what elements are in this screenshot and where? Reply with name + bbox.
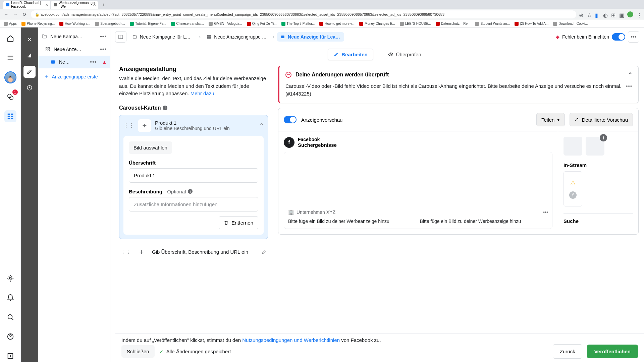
tab-edit[interactable]: Bearbeiten [328, 49, 373, 60]
bookmark-item[interactable]: The Top 3 Platfor... [280, 21, 316, 26]
setup-error[interactable]: ◆Fehler beim Einrichten [556, 34, 609, 40]
more-icon[interactable]: ••• [100, 34, 107, 40]
more-button[interactable]: ••• [628, 31, 639, 43]
carousel-card-collapsed[interactable]: ⋮⋮ + Gib Überschrift, Beschreibung und U… [119, 243, 268, 261]
ext-icon[interactable]: ▮ [595, 12, 600, 17]
preview-column: Deine Änderungen werden überprüft ⌃ Caro… [275, 62, 644, 362]
reactions-icon[interactable]: 1 [4, 91, 16, 103]
close-button[interactable]: Schließen [121, 345, 155, 358]
tree-adset[interactable]: Neue Anze… ••• [38, 43, 110, 56]
more-icon[interactable]: ••• [626, 82, 632, 90]
select-image-button[interactable]: Bild auswählen [129, 141, 172, 154]
help-icon[interactable] [4, 330, 16, 343]
bookmark-item[interactable]: Money Changes E... [358, 21, 396, 26]
url-input[interactable]: 🔒 facebook.com/adsmanager/manage/ads/edi… [31, 10, 576, 18]
menu-icon[interactable]: ⋮ [637, 12, 641, 17]
edit-icon[interactable] [23, 66, 36, 78]
back-button[interactable]: Zurück [553, 344, 582, 359]
toggle-switch[interactable] [612, 33, 625, 41]
bookmark-item[interactable]: Apps [3, 21, 18, 26]
new-tab-button[interactable]: + [100, 1, 107, 8]
bc-campaign[interactable]: Neue Kampagne für Le… [129, 32, 196, 42]
tab-review[interactable]: Überprüfen [383, 49, 427, 60]
drag-handle-icon[interactable]: ⋮⋮ [120, 249, 131, 255]
close-icon[interactable]: ✕ [93, 3, 96, 7]
search-icon[interactable] [4, 311, 16, 323]
detailed-preview-button[interactable]: ⤢ Detaillierte Vorschau [570, 113, 633, 126]
bookmark-item[interactable]: Download - Cooki... [552, 21, 589, 26]
thumbnail[interactable]: f [586, 137, 604, 156]
bookmark-item[interactable]: How to get more v... [318, 21, 356, 26]
bookmark-item[interactable]: LEE 'S HOUSE... [399, 21, 432, 26]
chart-icon[interactable] [23, 50, 36, 62]
saved-status: ✓Alle Änderungen gespeichert [159, 349, 231, 355]
home-icon[interactable] [4, 33, 16, 45]
zoom-icon[interactable]: ⊕ [579, 12, 584, 17]
history-icon[interactable] [23, 82, 36, 94]
bookmark-item[interactable]: How Working a... [58, 21, 91, 26]
error-icon: ◆ [556, 34, 559, 40]
notifications-icon[interactable] [4, 292, 16, 304]
bookmark-item[interactable]: Datenschutz – Re... [435, 21, 472, 26]
more-icon[interactable]: ••• [100, 46, 107, 52]
ext-icon[interactable]: ⊞ [611, 12, 616, 17]
info-icon[interactable]: i [163, 106, 167, 110]
thumbnail[interactable] [564, 137, 582, 156]
bookmark-item[interactable]: Chinese translati... [170, 21, 205, 26]
panel-toggle[interactable] [115, 31, 126, 43]
svg-rect-13 [29, 55, 30, 57]
drag-handle-icon[interactable]: ⋮⋮ [123, 122, 134, 129]
card-header[interactable]: ⋮⋮ + Produkt 1 Gib eine Beschreibung und… [123, 119, 264, 132]
forward-button[interactable]: → [12, 11, 19, 18]
more-icon[interactable]: ••• [543, 209, 548, 215]
add-media-button[interactable]: + [135, 246, 148, 258]
tree-campaign[interactable]: Neue Kampa… ••• [38, 30, 110, 43]
more-icon[interactable]: ••• [90, 59, 97, 65]
publish-button[interactable]: Veröffentlichen [587, 345, 638, 358]
info-icon[interactable]: i [188, 189, 193, 194]
bookmark-item[interactable]: Qing Fei De Yi... [246, 21, 278, 26]
bookmark-item[interactable]: GMSN - Vologda... [208, 21, 243, 26]
chevron-up-icon[interactable]: ⌃ [628, 71, 632, 78]
bookmark-item[interactable]: Tutorial: Eigene Fa... [129, 21, 167, 26]
settings-icon[interactable] [4, 272, 16, 284]
learn-more-link[interactable]: Mehr dazu [191, 90, 214, 96]
bookmark-item[interactable]: Phone Recycling... [20, 21, 56, 26]
placement-label: Suche [564, 218, 633, 224]
ext-icon[interactable]: ▣ [619, 12, 624, 17]
preview-toggle[interactable] [284, 116, 297, 123]
menu-icon[interactable] [4, 52, 16, 64]
edit-icon[interactable] [261, 249, 267, 255]
avatar-icon[interactable] [627, 11, 633, 17]
svg-point-9 [8, 315, 12, 319]
tree-ad[interactable]: Ne… ••• ▲ [38, 56, 110, 68]
bookmark-item[interactable]: Soerangebot! t... [94, 21, 126, 26]
main: Neue Kampagne für Le… › Neue Anzeigengru… [110, 27, 644, 362]
facebook-icon: f [569, 191, 577, 199]
browser-chrome: Leon R. Chaudhari | Facebook✕ Werbeanzei… [0, 0, 644, 20]
add-media-button[interactable]: + [138, 119, 151, 132]
remove-button[interactable]: Entfernen [219, 216, 258, 229]
instream-thumbnail[interactable]: ⚠ f [564, 171, 582, 206]
avatar[interactable] [4, 71, 16, 83]
browser-tab[interactable]: Werbeanzeigenmanager - We✕ [51, 1, 98, 9]
bc-adset[interactable]: Neue Anzeigengruppe … [203, 32, 270, 42]
chevron-up-icon[interactable]: ⌃ [259, 122, 264, 129]
close-icon[interactable]: ✕ [45, 3, 48, 7]
back-button[interactable]: ← [3, 11, 9, 18]
ads-grid-icon[interactable] [4, 110, 16, 122]
star-icon[interactable]: ☆ [587, 12, 592, 17]
terms-link[interactable]: Nutzungsbedingungen und Werberichtlinien [242, 337, 340, 343]
bookmark-item[interactable]: Student Wants an... [474, 21, 511, 26]
close-button[interactable] [23, 34, 36, 46]
bookmark-item[interactable]: (2) How To Add A... [514, 21, 549, 26]
collapse-icon[interactable] [4, 350, 16, 362]
add-adset-button[interactable]: +Anzeigengruppe erste [38, 68, 110, 85]
reload-button[interactable]: ⟳ [21, 11, 28, 18]
ext-icon[interactable]: ◐ [603, 12, 608, 17]
share-button[interactable]: Teilen ▾ [536, 113, 565, 126]
bc-ad[interactable]: Neue Anzeige für Lead… [277, 32, 344, 42]
headline-input[interactable] [129, 168, 258, 183]
browser-tab[interactable]: Leon R. Chaudhari | Facebook✕ [3, 1, 50, 9]
description-input[interactable] [129, 197, 258, 212]
